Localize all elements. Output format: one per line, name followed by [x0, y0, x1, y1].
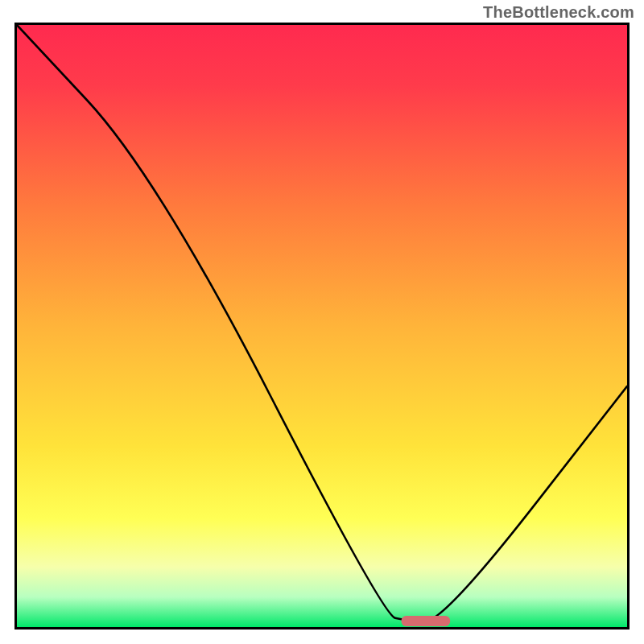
- watermark-text: TheBottleneck.com: [483, 3, 634, 22]
- minimum-marker: [402, 616, 451, 626]
- background-gradient-rect: [17, 25, 627, 627]
- chart-svg: [17, 25, 627, 627]
- chart-plot-area: [14, 23, 630, 630]
